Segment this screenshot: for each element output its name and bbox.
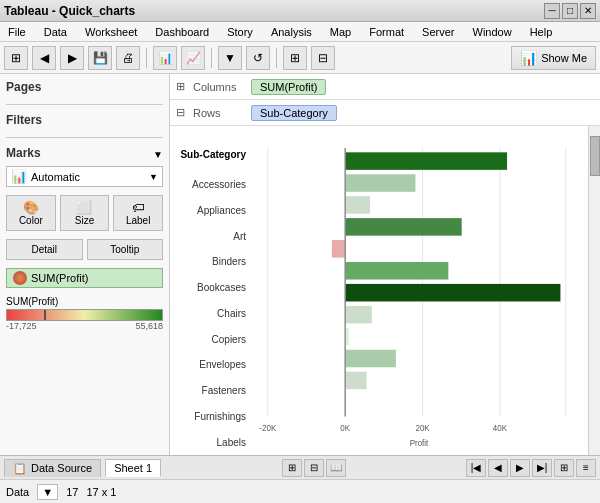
rows-shelf-label: Rows	[193, 107, 243, 119]
toolbar-chart2-icon[interactable]: 📈	[181, 46, 205, 70]
sheet1-tab[interactable]: Sheet 1	[105, 459, 161, 477]
bar-binders[interactable]	[345, 218, 462, 236]
close-button[interactable]: ✕	[580, 3, 596, 19]
category-art: Art	[170, 226, 250, 246]
menu-map[interactable]: Map	[326, 24, 355, 40]
svg-text:Profit: Profit	[410, 437, 429, 448]
menu-server[interactable]: Server	[418, 24, 458, 40]
data-source-label: Data Source	[31, 462, 92, 474]
bar-envelopes[interactable]	[345, 306, 372, 324]
toolbar-grid-icon[interactable]: ⊞	[4, 46, 28, 70]
toolbar-filter-icon[interactable]: ▼	[218, 46, 242, 70]
svg-text:20K: 20K	[415, 422, 429, 433]
menu-help[interactable]: Help	[526, 24, 557, 40]
scrollbar-thumb[interactable]	[590, 136, 600, 176]
tab-prev-button[interactable]: ◀	[488, 459, 508, 477]
tab-list-view-button[interactable]: ≡	[576, 459, 596, 477]
svg-text:40K: 40K	[493, 422, 507, 433]
category-furnishings: Furnishings	[170, 406, 250, 426]
bar-bookcases[interactable]	[332, 240, 345, 258]
color-scale-min: -17,725	[6, 321, 37, 331]
toolbar-layout-icon[interactable]: ⊟	[311, 46, 335, 70]
new-story-button[interactable]: 📖	[326, 459, 346, 477]
tab-next-button[interactable]: ▶	[510, 459, 530, 477]
toolbar-bar-chart-icon[interactable]: 📊	[153, 46, 177, 70]
chart-scrollbar[interactable]	[588, 126, 600, 455]
menu-bar: File Data Worksheet Dashboard Story Anal…	[0, 22, 600, 42]
color-scale-section: SUM(Profit) -17,725 55,618	[6, 296, 163, 331]
tab-first-button[interactable]: |◀	[466, 459, 486, 477]
data-source-tab[interactable]: 📋 Data Source	[4, 459, 101, 477]
sum-profit-label: SUM(Profit)	[31, 272, 88, 284]
left-panel: Pages Filters Marks ▼ 📊 Automatic ▼ 🎨 Co…	[0, 74, 170, 455]
minimize-button[interactable]: ─	[544, 3, 560, 19]
label-button[interactable]: 🏷 Label	[113, 195, 163, 231]
size-button[interactable]: ⬜ Size	[60, 195, 110, 231]
svg-text:-20K: -20K	[259, 422, 276, 433]
main-layout: Pages Filters Marks ▼ 📊 Automatic ▼ 🎨 Co…	[0, 74, 600, 455]
new-sheet-button[interactable]: ⊞	[282, 459, 302, 477]
category-bookcases: Bookcases	[170, 278, 250, 298]
bar-accessories[interactable]	[345, 152, 507, 170]
category-labels: Labels	[170, 432, 250, 452]
menu-story[interactable]: Story	[223, 24, 257, 40]
tab-action-icons: ⊞ ⊟ 📖	[282, 459, 346, 477]
toolbar-separator-2	[211, 48, 212, 68]
rows-pill[interactable]: Sub-Category	[251, 105, 337, 121]
label-icon: 🏷	[116, 200, 160, 215]
maximize-button[interactable]: □	[562, 3, 578, 19]
chart-area: ⊞ Columns SUM(Profit) ⊟ Rows Sub-Categor…	[170, 74, 600, 455]
chart-svg-container: -20K 0K 20K 40K Profit	[250, 126, 588, 455]
toolbar-back-icon[interactable]: ◀	[32, 46, 56, 70]
toolbar: ⊞ ◀ ▶ 💾 🖨 📊 📈 ▼ ↺ ⊞ ⊟ 📊 Show Me	[0, 42, 600, 74]
color-scale-values: -17,725 55,618	[6, 321, 163, 331]
window-title: Tableau - Quick_charts	[4, 4, 135, 18]
data-source-dropdown[interactable]: ▼	[37, 484, 58, 500]
marks-dropdown[interactable]: 📊 Automatic ▼	[6, 166, 163, 187]
sum-profit-badge[interactable]: SUM(Profit)	[6, 268, 163, 288]
marks-label: Marks	[6, 146, 41, 160]
status-dimensions: 17 x 1	[86, 486, 116, 498]
detail-button[interactable]: Detail	[6, 239, 83, 260]
show-me-button[interactable]: 📊 Show Me	[511, 46, 596, 70]
marks-dropdown-arrow: ▼	[149, 172, 158, 182]
toolbar-refresh-icon[interactable]: ↺	[246, 46, 270, 70]
bar-appliances[interactable]	[345, 174, 415, 192]
tab-last-button[interactable]: ▶|	[532, 459, 552, 477]
bar-art[interactable]	[345, 196, 370, 214]
bar-furnishings[interactable]	[345, 350, 396, 368]
detail-label: Detail	[31, 244, 57, 255]
color-button[interactable]: 🎨 Color	[6, 195, 56, 231]
menu-data[interactable]: Data	[40, 24, 71, 40]
toolbar-save-icon[interactable]: 💾	[88, 46, 112, 70]
status-data-label: Data	[6, 486, 29, 498]
tab-grid-view-button[interactable]: ⊞	[554, 459, 574, 477]
marks-chevron-icon: ▼	[153, 149, 163, 160]
menu-file[interactable]: File	[4, 24, 30, 40]
status-row-count: 17	[66, 486, 78, 498]
bar-chart-svg: -20K 0K 20K 40K Profit	[250, 126, 588, 455]
color-scale-header-label: SUM(Profit)	[6, 296, 163, 307]
menu-format[interactable]: Format	[365, 24, 408, 40]
menu-analysis[interactable]: Analysis	[267, 24, 316, 40]
new-dashboard-button[interactable]: ⊟	[304, 459, 324, 477]
bar-chairs[interactable]	[345, 262, 448, 280]
tooltip-button[interactable]: Tooltip	[87, 239, 164, 260]
bar-copiers[interactable]	[345, 284, 560, 302]
toolbar-group-icon[interactable]: ⊞	[283, 46, 307, 70]
bar-labels[interactable]	[345, 372, 366, 390]
category-labels: Sub-Category Accessories Appliances Art …	[170, 126, 250, 455]
window-controls: ─ □ ✕	[544, 3, 596, 19]
color-label: Color	[19, 215, 43, 226]
menu-worksheet[interactable]: Worksheet	[81, 24, 141, 40]
marks-automatic-label: Automatic	[31, 171, 80, 183]
menu-window[interactable]: Window	[469, 24, 516, 40]
rows-shelf: ⊟ Rows Sub-Category	[170, 100, 600, 126]
columns-shelf-label: Columns	[193, 81, 243, 93]
pages-section-label: Pages	[6, 80, 163, 94]
columns-pill[interactable]: SUM(Profit)	[251, 79, 326, 95]
menu-dashboard[interactable]: Dashboard	[151, 24, 213, 40]
toolbar-forward-icon[interactable]: ▶	[60, 46, 84, 70]
toolbar-print-icon[interactable]: 🖨	[116, 46, 140, 70]
chart-content: Sub-Category Accessories Appliances Art …	[170, 126, 600, 455]
